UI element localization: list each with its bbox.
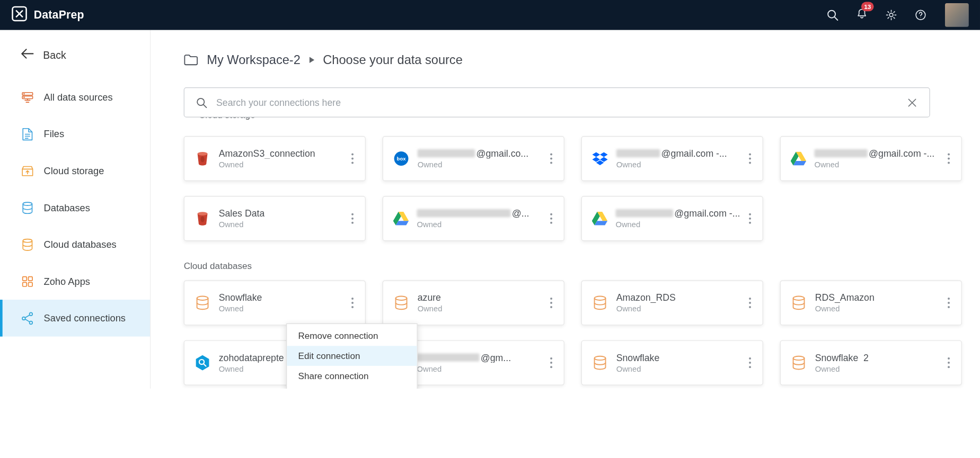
sidebar-item-cloud-storage[interactable]: Cloud storage — [0, 152, 150, 190]
menu-item-remove-connection[interactable]: Remove connection — [287, 326, 417, 346]
connection-card-snowflake-2[interactable]: Snowflake_2 Owned — [780, 340, 962, 385]
cloud-db-icon — [592, 355, 608, 371]
clear-search-icon[interactable] — [906, 96, 918, 108]
connection-name: @gmail.com -... — [674, 208, 740, 219]
sidebar-item-zoho-apps[interactable]: Zoho Apps — [0, 263, 150, 300]
cloud-db-icon — [592, 295, 608, 311]
ownership-badge: Owned — [815, 365, 943, 374]
card-menu-button[interactable] — [545, 149, 558, 168]
card-menu-button[interactable] — [942, 293, 955, 312]
dataprep-logo-icon — [11, 6, 28, 24]
card-menu-button[interactable] — [545, 353, 558, 372]
notifications-button[interactable]: 13 — [855, 7, 868, 22]
cloud-db-icon — [195, 295, 211, 311]
search-icon — [196, 96, 207, 108]
ownership-badge: Owned — [616, 365, 744, 374]
card-menu-button[interactable] — [942, 149, 955, 168]
card-menu-button[interactable] — [346, 149, 359, 168]
sidebar-item-databases[interactable]: Databases — [0, 189, 150, 226]
chevron-right-icon — [309, 57, 314, 63]
app-logo: DataPrep — [11, 6, 84, 24]
ownership-badge: Owned — [616, 304, 744, 313]
menu-item-share-connection[interactable]: Share connection — [287, 366, 417, 386]
menu-item-edit-connection[interactable]: Edit connection — [287, 346, 417, 366]
back-button[interactable]: Back — [0, 30, 150, 71]
page-title: Choose your data source — [323, 53, 463, 67]
connection-name: @gmail.com -... — [661, 148, 727, 158]
zoho-dataprep-icon — [195, 355, 211, 371]
connection-name: Sales Data — [219, 208, 265, 219]
connection-card-snowflake[interactable]: Snowflake Owned — [581, 340, 763, 385]
sidebar-item-cloud-databases[interactable]: Cloud databases — [0, 226, 150, 263]
search-icon[interactable] — [826, 9, 839, 22]
google-drive-icon — [592, 212, 607, 226]
redacted-text — [616, 209, 673, 217]
connection-card-gmail-com[interactable]: @gmail.com -... Owned — [780, 136, 962, 181]
menu-item-connection-overview[interactable]: Connection overview — [287, 386, 417, 389]
connection-name: Snowflake_2 — [815, 352, 869, 363]
connection-card-gmail-com[interactable]: @gmail.com -... Owned — [581, 136, 763, 181]
cloud-db-icon — [791, 295, 807, 311]
sidebar-item-label: Cloud storage — [44, 165, 104, 176]
connection-name: zohodataprepte — [219, 352, 284, 363]
back-arrow-icon — [21, 49, 34, 61]
connection-card-azure[interactable]: azure Owned — [383, 280, 564, 325]
card-menu-button[interactable] — [346, 293, 359, 312]
connection-name: @gmail.com -... — [869, 148, 934, 158]
connection-card-snowflake[interactable]: Snowflake Owned — [184, 280, 366, 325]
folder-icon — [184, 53, 198, 66]
card-menu-button[interactable] — [346, 209, 359, 228]
connection-card-rds-amazon[interactable]: RDS_Amazon Owned — [780, 280, 962, 325]
user-avatar[interactable] — [945, 3, 969, 27]
connection-card-[interactable]: @... Owned — [383, 196, 564, 241]
connection-name: RDS_Amazon — [815, 292, 875, 303]
cloud-db-icon — [791, 355, 807, 371]
card-menu-button[interactable] — [744, 209, 756, 228]
connection-name: Snowflake — [616, 352, 660, 363]
ownership-badge: Owned — [219, 304, 347, 313]
connection-name: Snowflake — [219, 292, 262, 303]
sidebar-item-files[interactable]: Files — [0, 115, 150, 152]
card-menu-button[interactable] — [545, 293, 558, 312]
sidebar-item-all-data-sources[interactable]: All data sources — [0, 79, 150, 116]
sidebar-item-label: All data sources — [44, 92, 113, 103]
databases-icon — [21, 201, 34, 214]
ownership-badge: Owned — [418, 160, 545, 169]
ownership-badge: Owned — [219, 160, 347, 169]
app-title: DataPrep — [34, 8, 84, 22]
connection-name: Amazon_RDS — [616, 292, 676, 303]
topbar: DataPrep 13 — [0, 0, 980, 30]
connection-card-gmail-co[interactable]: box @gmail.co... Owned — [383, 136, 564, 181]
card-menu-button[interactable] — [744, 293, 756, 312]
sidebar-item-saved-connections[interactable]: Saved connections — [0, 300, 150, 337]
topbar-actions: 13 — [826, 3, 969, 27]
sidebar-item-label: Databases — [44, 202, 90, 213]
connection-card-sales-data[interactable]: Sales Data Owned — [184, 196, 366, 241]
search-input[interactable] — [215, 96, 899, 108]
card-menu-button[interactable] — [545, 209, 558, 228]
connection-card-gmail-com[interactable]: @gmail.com -... Owned — [581, 196, 763, 241]
breadcrumb-workspace[interactable]: My Workspace-2 — [207, 53, 300, 67]
cloud-storage-grid: AmazonS3_connection Owned box @gmail.co.… — [184, 136, 980, 241]
section-title: Cloud databases — [184, 261, 980, 271]
notification-badge: 13 — [861, 2, 874, 12]
help-icon[interactable] — [914, 9, 927, 22]
connection-name: AmazonS3_connection — [219, 148, 315, 158]
connection-card-amazons3-connection[interactable]: AmazonS3_connection Owned — [184, 136, 366, 181]
card-menu-button[interactable] — [942, 353, 955, 372]
redacted-text — [418, 149, 475, 157]
ownership-badge: Owned — [418, 304, 545, 313]
box-icon: box — [393, 150, 410, 167]
dropbox-icon — [592, 150, 608, 167]
cloud-databases-icon — [21, 238, 34, 252]
card-menu-button[interactable] — [744, 149, 756, 168]
connection-card-amazon-rds[interactable]: Amazon_RDS Owned — [581, 280, 763, 325]
app-window: DataPrep 13 Back All data sources — [0, 0, 980, 389]
ownership-badge: Owned — [417, 220, 545, 229]
zoho-apps-icon — [21, 274, 34, 288]
sidebar-nav: All data sources Files Cloud storage Dat… — [0, 79, 150, 337]
connection-name: @gm... — [481, 352, 511, 363]
settings-icon[interactable] — [885, 9, 898, 22]
ownership-badge: Owned — [814, 160, 942, 169]
card-menu-button[interactable] — [744, 353, 756, 372]
